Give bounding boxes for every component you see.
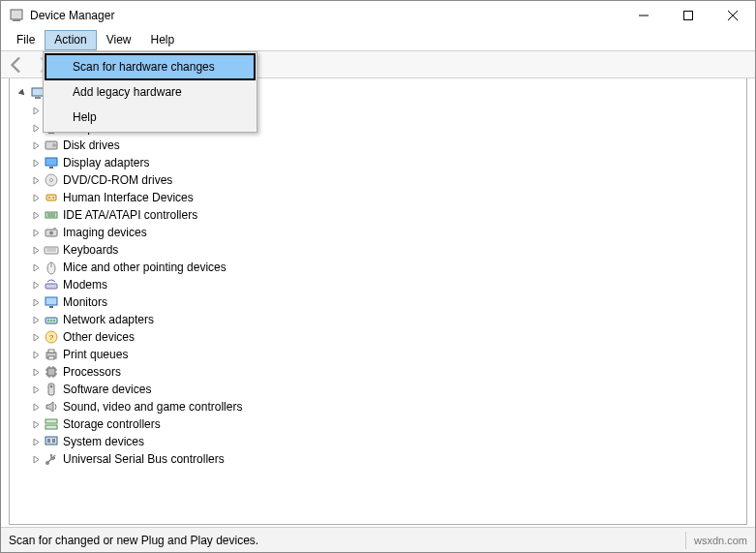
expander-icon[interactable] (30, 279, 42, 291)
cpu-icon (44, 364, 59, 380)
storage-icon (44, 416, 59, 432)
svg-rect-42 (48, 356, 54, 359)
expander-icon[interactable] (30, 209, 42, 221)
tree-node-label: Keyboards (63, 243, 118, 257)
svg-rect-0 (11, 10, 22, 19)
svg-point-12 (52, 143, 56, 147)
expander-icon[interactable] (30, 349, 42, 360)
expander-icon[interactable] (30, 122, 42, 134)
expander-icon[interactable] (30, 261, 42, 273)
statusbar-credit: wsxdn.com (694, 535, 747, 546)
tree-node[interactable]: Monitors (13, 293, 743, 311)
action-menu-dropdown: Scan for hardware changes Add legacy har… (43, 51, 257, 133)
menu-item-help[interactable]: Help (45, 105, 255, 130)
expander-icon[interactable] (30, 192, 42, 203)
keyboard-icon (44, 242, 59, 258)
tree-node[interactable]: Mice and other pointing devices (13, 259, 743, 276)
svg-point-53 (50, 385, 53, 388)
expander-icon[interactable] (30, 384, 42, 395)
statusbar-separator (685, 532, 686, 549)
expander-icon[interactable] (30, 157, 42, 169)
svg-rect-41 (48, 350, 54, 353)
svg-rect-33 (49, 306, 53, 308)
expander-icon[interactable] (30, 174, 42, 186)
menu-file[interactable]: File (7, 30, 45, 50)
expander-icon[interactable] (30, 436, 42, 447)
tree-node[interactable]: Imaging devices (13, 224, 743, 241)
svg-rect-58 (52, 439, 55, 443)
tree-node[interactable]: Network adapters (13, 311, 743, 328)
back-button[interactable] (5, 53, 28, 77)
tree-node-label: Modems (63, 278, 107, 292)
tree-node[interactable]: Print queues (13, 346, 743, 363)
svg-point-24 (49, 231, 53, 235)
tree-node[interactable]: Universal Serial Bus controllers (13, 450, 743, 468)
expander-icon[interactable] (30, 296, 42, 308)
menu-item-add-legacy[interactable]: Add legacy hardware (45, 79, 255, 105)
disc-icon (44, 172, 59, 188)
network-icon (44, 312, 59, 327)
hid-icon (44, 190, 59, 205)
expander-icon[interactable] (30, 366, 42, 378)
svg-point-35 (47, 320, 49, 322)
tree-node[interactable]: Sound, video and game controllers (13, 398, 743, 415)
tree-node[interactable]: Modems (13, 276, 743, 293)
tree-node[interactable]: Keyboards (13, 241, 743, 259)
window-controls (621, 1, 755, 30)
close-button[interactable] (711, 1, 755, 30)
expander-icon[interactable] (30, 453, 42, 465)
tree-node[interactable]: ?Other devices (13, 328, 743, 346)
svg-rect-32 (45, 297, 57, 305)
tree-node-label: Storage controllers (63, 417, 161, 431)
maximize-button[interactable] (666, 1, 711, 30)
tree-node-label: IDE ATA/ATAPI controllers (63, 208, 197, 222)
tree-node[interactable]: Storage controllers (13, 415, 743, 433)
tree-node[interactable]: Processors (13, 363, 743, 381)
menu-help[interactable]: Help (141, 30, 185, 50)
tree-node-label: DVD/CD-ROM drives (63, 173, 172, 187)
expander-icon[interactable] (30, 244, 42, 256)
expander-icon[interactable] (30, 331, 42, 343)
tree-node[interactable]: Disk drives (13, 137, 743, 154)
svg-rect-1 (13, 19, 20, 21)
tree-node-label: Display adapters (63, 156, 149, 169)
tree-node[interactable]: Software devices (13, 381, 743, 398)
mouse-icon (44, 260, 59, 275)
menu-item-scan-hardware[interactable]: Scan for hardware changes (45, 54, 255, 79)
expander-icon[interactable] (30, 227, 42, 238)
svg-rect-60 (53, 457, 55, 459)
printer-icon (44, 347, 59, 362)
titlebar: Device Manager (1, 1, 755, 30)
svg-rect-57 (47, 439, 50, 443)
expander-icon[interactable] (30, 139, 42, 151)
software-icon (44, 382, 59, 397)
tree-node-label: Monitors (63, 295, 107, 309)
monitor-icon (44, 294, 59, 310)
tree-node[interactable]: Human Interface Devices (13, 189, 743, 206)
tree-node-label: Imaging devices (63, 226, 147, 239)
usb-icon (44, 451, 59, 467)
menu-action[interactable]: Action (45, 30, 96, 50)
svg-rect-55 (45, 425, 57, 429)
svg-rect-14 (49, 167, 53, 169)
expander-icon[interactable] (30, 105, 42, 116)
device-tree[interactable]: BluetoothComputerDisk drivesDisplay adap… (9, 78, 747, 474)
tree-node[interactable]: Display adapters (13, 154, 743, 171)
expander-icon[interactable] (30, 418, 42, 430)
tree-node[interactable]: System devices (13, 433, 743, 450)
expander-icon[interactable] (16, 87, 28, 99)
svg-rect-17 (46, 195, 56, 200)
tree-node[interactable]: IDE ATA/ATAPI controllers (13, 206, 743, 224)
svg-point-16 (50, 179, 53, 182)
expander-icon[interactable] (30, 401, 42, 413)
tree-node[interactable]: DVD/CD-ROM drives (13, 171, 743, 189)
imaging-icon (44, 225, 59, 240)
svg-rect-25 (53, 228, 56, 230)
minimize-button[interactable] (621, 1, 666, 30)
ide-icon (44, 207, 59, 223)
other-icon: ? (44, 329, 59, 345)
tree-node-label: Human Interface Devices (63, 191, 194, 204)
menu-view[interactable]: View (97, 30, 141, 50)
svg-point-36 (50, 320, 52, 322)
expander-icon[interactable] (30, 314, 42, 325)
